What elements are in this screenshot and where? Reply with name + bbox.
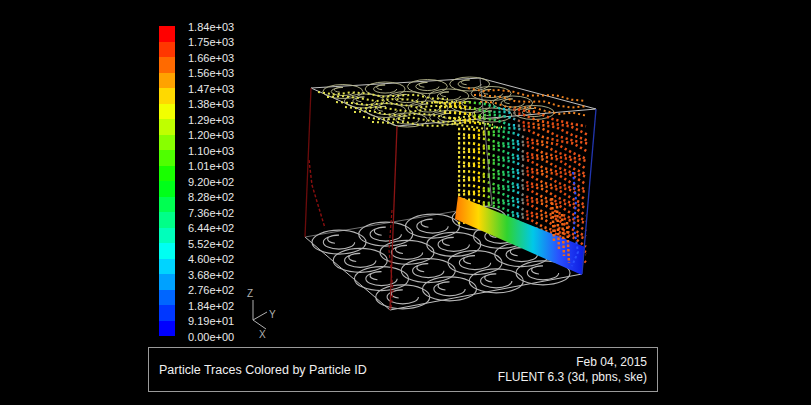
solver-label: FLUENT 6.3 (3d, pbns, ske): [498, 370, 647, 385]
fluent-graphics-window: 1.84e+031.75e+031.66e+031.56e+031.47e+03…: [0, 0, 811, 405]
x-axis-label: X: [259, 329, 266, 340]
x-axis-line: [253, 320, 266, 329]
viewport-3d[interactable]: Z Y X: [0, 0, 811, 405]
y-axis-line: [253, 312, 267, 320]
particle-trace-scene: [305, 77, 596, 310]
footer-right-block: Feb 04, 2015 FLUENT 6.3 (3d, pbns, ske): [498, 355, 647, 385]
z-axis-label: Z: [247, 288, 253, 299]
y-axis-label: Y: [269, 309, 276, 320]
axis-triad: Z Y X: [247, 288, 276, 340]
plot-title: Particle Traces Colored by Particle ID: [159, 363, 367, 377]
date-label: Feb 04, 2015: [498, 355, 647, 370]
footer-info-box: Particle Traces Colored by Particle ID F…: [148, 347, 658, 392]
